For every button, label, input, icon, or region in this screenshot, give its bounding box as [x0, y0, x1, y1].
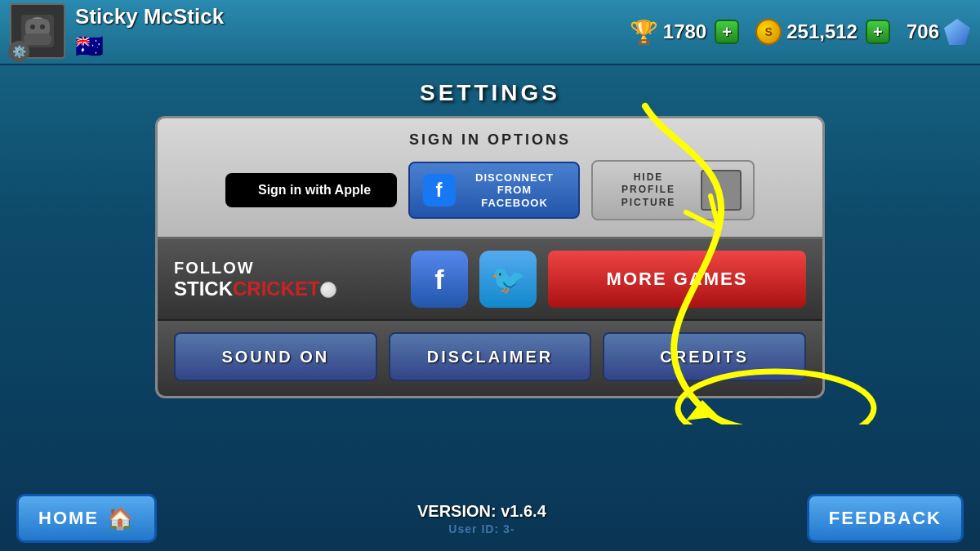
disconnect-text: DISCONNECT FROM FACEBOOK [464, 171, 565, 210]
user-id-text: User ID: 3- [157, 522, 807, 535]
disclaimer-button[interactable]: DISCLAIMER [389, 332, 592, 381]
cricket-ball-icon [320, 282, 336, 298]
username-flag-column: Sticky McStick 🇦🇺 [75, 4, 229, 60]
facebook-social-icon: f [434, 264, 443, 295]
home-button[interactable]: HOME 🏠 [16, 494, 157, 543]
facebook-follow-button[interactable]: f [411, 251, 468, 308]
cricket-text: CRICKET [233, 278, 320, 300]
version-info: VERSION: v1.6.4 User ID: 3- [157, 502, 807, 535]
credits-button[interactable]: CREDITS [603, 332, 806, 381]
facebook-icon: f [423, 174, 456, 207]
bottom-bar: HOME 🏠 VERSION: v1.6.4 User ID: 3- FEEDB… [0, 486, 980, 551]
gear-icon[interactable]: ⚙️ [8, 41, 29, 62]
flag-icon: 🇦🇺 [75, 33, 229, 60]
stick-cricket-label: STICKCRICKET [174, 278, 399, 300]
coin-icon: S [755, 19, 782, 45]
sign-in-section: SIGN IN OPTIONS Sign in with Apple f DIS… [158, 118, 822, 239]
sign-in-buttons: Sign in with Apple f DISCONNECT FROM FAC… [174, 160, 806, 220]
trophy-icon: 🏆 [630, 19, 658, 46]
twitter-social-icon: 🐦 [491, 263, 525, 295]
feedback-button[interactable]: FEEDBACK [807, 494, 964, 543]
follow-text-area: FOLLOW STICKCRICKET [174, 259, 399, 300]
add-coins-button[interactable]: + [866, 20, 890, 44]
settings-title: SETTINGS [0, 65, 980, 116]
svg-rect-5 [24, 33, 51, 45]
trophy-stat: 🏆 1780 [630, 19, 706, 46]
profile-picture-placeholder [701, 170, 742, 211]
username-label: Sticky McStick [75, 4, 224, 29]
svg-point-3 [30, 24, 35, 29]
action-buttons-row: SOUND ON DISCLAIMER CREDITS [158, 321, 822, 396]
follow-section: FOLLOW STICKCRICKET f 🐦 MORE GAMES [158, 239, 822, 321]
settings-panel: SIGN IN OPTIONS Sign in with Apple f DIS… [155, 116, 825, 398]
stick-text: STICK [174, 278, 233, 300]
sound-button[interactable]: SOUND ON [174, 332, 377, 381]
coin-count: 251,512 [786, 20, 858, 43]
more-games-button[interactable]: MORE GAMES [548, 251, 806, 308]
svg-point-4 [40, 24, 45, 29]
apple-signin-label: Sign in with Apple [258, 183, 371, 198]
apple-signin-button[interactable]: Sign in with Apple [225, 173, 397, 207]
version-text: VERSION: v1.6.4 [157, 502, 807, 521]
sign-in-title: SIGN IN OPTIONS [174, 131, 806, 149]
follow-label: FOLLOW [174, 259, 399, 278]
coins-stat: S 251,512 [755, 19, 858, 45]
header-bar: ⚙️ Sticky McStick 🇦🇺 🏆 1780 + S 251,512 … [0, 0, 980, 65]
home-label: HOME [38, 508, 99, 529]
hide-profile-button[interactable]: HIDE PROFILE PICTURE [591, 160, 755, 220]
twitter-follow-button[interactable]: 🐦 [479, 251, 537, 308]
more-games-label: MORE GAMES [607, 269, 748, 289]
hide-profile-text: HIDE PROFILE PICTURE [604, 171, 693, 210]
facebook-disconnect-button[interactable]: f DISCONNECT FROM FACEBOOK [408, 162, 580, 220]
trophy-count: 1780 [663, 20, 706, 43]
gem-icon [944, 19, 970, 45]
home-icon: 🏠 [107, 506, 135, 531]
add-currency-button[interactable]: + [715, 20, 739, 44]
gem-count: 706 [906, 20, 939, 43]
gems-stat: 706 [906, 19, 970, 45]
avatar-area: ⚙️ [10, 3, 67, 60]
